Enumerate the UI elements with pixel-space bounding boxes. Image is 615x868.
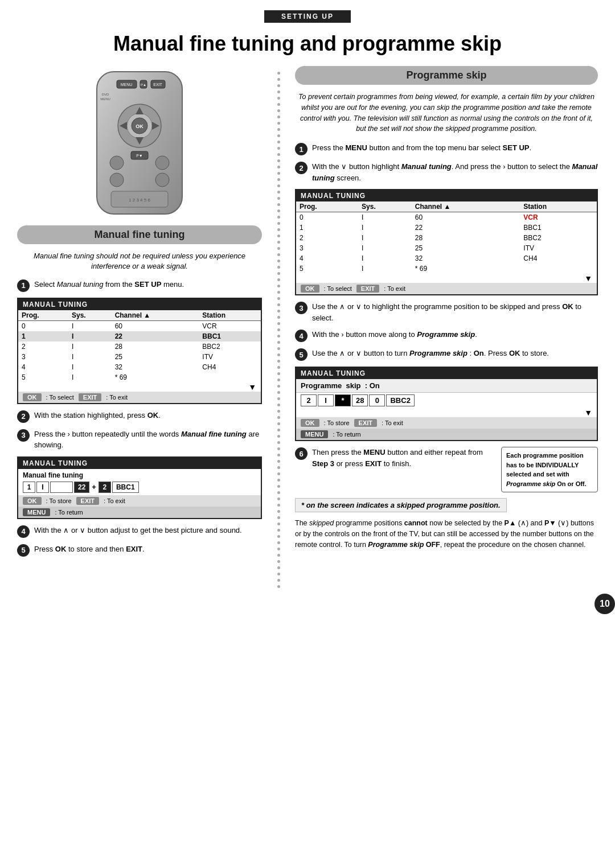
right-step-6: 6 Then press the MENU button and either … [295, 447, 598, 492]
tuning-box-2: MANUAL TUNING Prog. Sys. Channel ▲ Stati… [295, 189, 598, 295]
exit-button-ft[interactable]: EXIT [76, 497, 99, 505]
skip-cell-6: BBC2 [386, 394, 414, 406]
th2-prog: Prog. [296, 201, 358, 212]
right-step-num-6: 6 [295, 447, 308, 460]
svg-point-21 [110, 173, 124, 187]
svg-text:1  2  3  4  5  6: 1 2 3 4 5 6 [129, 198, 150, 203]
ok-exit-bar-2: OK : To select EXIT : To exit [296, 283, 597, 294]
main-layout: MENU P▲ EXIT DVD MENU [0, 66, 615, 588]
right-step-text-1: Press the MENU button and from the top m… [312, 142, 598, 154]
menu-button-skip[interactable]: MENU [301, 430, 328, 438]
step-num-2: 2 [17, 410, 30, 423]
ok-text-ft: : To store [46, 497, 72, 504]
left-column: MENU P▲ EXIT DVD MENU [17, 66, 262, 588]
svg-text:MENU: MENU [121, 83, 133, 87]
table-row: 2I28BBC2 [18, 342, 261, 352]
table-row: 5I* 69 [296, 264, 597, 274]
svg-text:P▲: P▲ [141, 83, 146, 87]
tuning-table-1: Prog. Sys. Channel ▲ Station 0I60VCR 1I2… [18, 310, 261, 392]
skip-cell-5: 0 [369, 394, 385, 406]
svg-text:MENU: MENU [100, 97, 110, 101]
ok-exit-bar-skip: OK : To store EXIT : To exit [296, 417, 597, 429]
asterisk-note-area: * on the screen indicates a skipped prog… [295, 498, 598, 512]
right-step-text-6: Then press the MENU button and either re… [312, 447, 495, 469]
callout-box: Each programme position has to be INDIVI… [501, 447, 598, 492]
left-step-2: 2 With the station highlighted, press OK… [17, 410, 262, 423]
table-row: 3I25ITV [18, 352, 261, 362]
th2-sys: Sys. [358, 201, 412, 212]
th2-channel: Channel ▲ [412, 201, 520, 212]
step-num-4: 4 [17, 525, 30, 538]
ok-button-ft[interactable]: OK [23, 497, 42, 505]
right-step-num-3: 3 [295, 302, 308, 314]
table-row: 1I22BBC1 [296, 223, 597, 233]
ok-button-1[interactable]: OK [23, 393, 42, 401]
right-step-3: 3 Use the ∧ or ∨ to highlight the progra… [295, 301, 598, 323]
step-text-1: Select Manual tuning from the SET UP men… [34, 279, 262, 290]
tuning-box-1-title: MANUAL TUNING [18, 299, 261, 310]
table-row: 0I60VCR [296, 212, 597, 223]
skip-box: MANUAL TUNING Programme skip : On 2 I * … [295, 367, 598, 441]
left-step-4: 4 With the ∧ or ∨ button adjust to get t… [17, 525, 262, 538]
right-step-num-1: 1 [295, 143, 308, 155]
right-section-header: Programme skip [295, 66, 598, 85]
ft-cell-4: 22 [74, 482, 89, 493]
ok-text-skip: : To store [324, 419, 350, 426]
th-sys: Sys. [68, 310, 112, 321]
right-step-text-4: With the › button move along to Programm… [312, 329, 598, 340]
step-text-2: With the station highlighted, press OK. [34, 410, 262, 421]
right-step-num-5: 5 [295, 348, 308, 361]
asterisk-note: * on the screen indicates a skipped prog… [295, 498, 507, 512]
ok-exit-bar-ft: OK : To store EXIT : To exit [18, 495, 261, 507]
th-station: Station [199, 310, 261, 321]
right-step-num-4: 4 [295, 330, 308, 342]
svg-point-20 [155, 156, 169, 170]
ok-button-skip[interactable]: OK [301, 419, 319, 427]
svg-text:DVD: DVD [102, 93, 109, 96]
step-num-5: 5 [17, 544, 30, 557]
ok-button-2[interactable]: OK [301, 285, 319, 293]
menu-text-skip: : To return [333, 431, 360, 438]
page-title: Manual fine tuning and programme skip [0, 31, 615, 56]
fine-tune-display: Manual fine tuning 1 I 22 + 2 BBC1 [18, 469, 261, 495]
divider-dots [273, 66, 284, 588]
right-step-5: 5 Use the ∧ or ∨ button to turn Programm… [295, 348, 598, 361]
table-row: 0I60VCR [18, 320, 261, 331]
table-row: 5I* 69 [18, 372, 261, 382]
exit-button-1[interactable]: EXIT [79, 393, 101, 401]
right-step-text-3: Use the ∧ or ∨ to highlight the programm… [312, 301, 598, 323]
prog-skip-header: Programme skip : On [296, 379, 597, 393]
table-row: 4I32CH4 [18, 362, 261, 372]
tuning-box-2-title: MANUAL TUNING [296, 190, 597, 201]
ok-text-2: : To select [324, 285, 352, 292]
page-number: 10 [594, 594, 615, 614]
left-intro: Manual fine tuning should not be require… [17, 251, 262, 271]
right-step-4: 4 With the › button move along to Progra… [295, 329, 598, 342]
skip-cell-1: 2 [301, 394, 317, 406]
right-step-text-5: Use the ∧ or ∨ button to turn Programme … [312, 348, 598, 359]
right-column: Programme skip To prevent certain progra… [295, 66, 598, 588]
fine-tune-title: MANUAL TUNING [18, 458, 261, 469]
exit-button-skip[interactable]: EXIT [354, 419, 377, 427]
menu-button-ft[interactable]: MENU [23, 508, 50, 516]
exit-text-1: : To exit [106, 394, 128, 401]
exit-text-ft: : To exit [104, 497, 125, 504]
skip-cell-3: * [335, 394, 351, 406]
ft-cell-3 [50, 482, 73, 493]
skip-cell-2: I [318, 394, 334, 406]
right-step-1: 1 Press the MENU button and from the top… [295, 142, 598, 155]
table-row: 1I22BBC1 [18, 331, 261, 342]
ft-cell-6: BBC1 [112, 482, 139, 493]
left-step-1: 1 Select Manual tuning from the SET UP m… [17, 279, 262, 292]
right-intro: To prevent certain programmes from being… [295, 92, 598, 134]
menu-bar-ft: MENU : To return [18, 507, 261, 518]
exit-button-2[interactable]: EXIT [356, 285, 379, 293]
skip-cell-4: 28 [352, 394, 368, 406]
ok-text-1: : To select [46, 394, 74, 401]
ft-cell-5: 2 [99, 482, 111, 493]
th-channel: Channel ▲ [112, 310, 199, 321]
th-prog: Prog. [18, 310, 68, 321]
table-row: 2I28BBC2 [296, 233, 597, 243]
fine-tune-box: MANUAL TUNING Manual fine tuning 1 I 22 … [17, 456, 262, 519]
svg-text:EXIT: EXIT [153, 83, 162, 87]
